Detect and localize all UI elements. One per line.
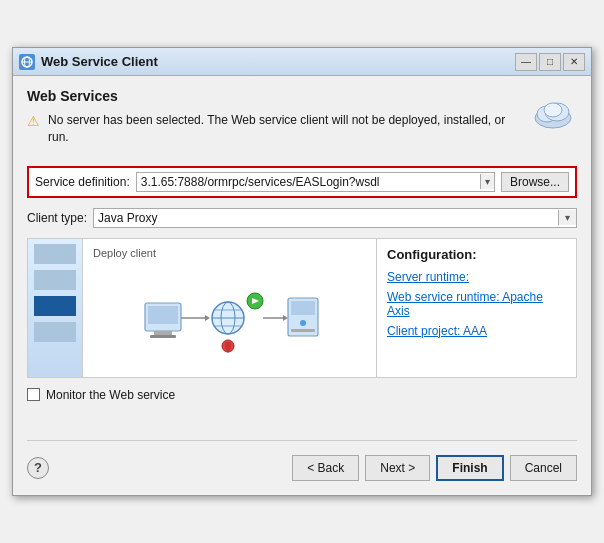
svg-point-24 — [300, 320, 306, 326]
step-4 — [34, 322, 76, 342]
spacer — [27, 412, 577, 432]
client-type-row: Client type: Java Proxy ▾ — [27, 208, 577, 228]
service-input-wrapper: ▾ — [136, 172, 495, 192]
diagram-panel: Deploy client — [83, 239, 376, 377]
monitor-checkbox[interactable] — [27, 388, 40, 401]
warning-icon: ⚠ — [27, 113, 40, 129]
service-dropdown-arrow[interactable]: ▾ — [480, 174, 494, 189]
close-button[interactable]: ✕ — [563, 53, 585, 71]
client-project-link[interactable]: Client project: AAA — [387, 324, 566, 338]
svg-marker-21 — [283, 315, 288, 321]
warning-box: ⚠ No server has been selected. The Web s… — [27, 112, 519, 146]
svg-rect-8 — [148, 306, 178, 324]
svg-point-6 — [544, 103, 562, 117]
button-bar: ? < Back Next > Finish Cancel — [27, 449, 577, 485]
help-button[interactable]: ? — [27, 457, 49, 479]
client-type-select[interactable]: Java Proxy — [94, 209, 558, 227]
diagram-svg-area — [93, 267, 366, 369]
ws-icon — [20, 55, 34, 69]
window-content: Web Services ⚠ No server has been select… — [13, 76, 591, 495]
svg-rect-9 — [154, 331, 172, 335]
step-indicators — [30, 243, 80, 343]
cancel-button[interactable]: Cancel — [510, 455, 577, 481]
client-type-label: Client type: — [27, 211, 87, 225]
config-title: Configuration: — [387, 247, 566, 262]
svg-rect-10 — [150, 335, 176, 338]
svg-marker-12 — [205, 315, 210, 321]
cloud-icon-area — [529, 88, 577, 139]
svg-rect-25 — [291, 329, 315, 332]
minimize-button[interactable]: — — [515, 53, 537, 71]
title-bar: Web Service Client — □ ✕ — [13, 48, 591, 76]
diagram-label: Deploy client — [93, 247, 366, 259]
main-panel: Deploy client — [27, 238, 577, 378]
section-title: Web Services — [27, 88, 519, 104]
next-button[interactable]: Next > — [365, 455, 430, 481]
nav-buttons: < Back Next > Finish Cancel — [292, 455, 577, 481]
cloud-icon — [529, 88, 577, 136]
client-type-arrow[interactable]: ▾ — [558, 210, 576, 225]
steps-panel — [28, 239, 83, 377]
web-service-runtime-link[interactable]: Web service runtime: Apache Axis — [387, 290, 566, 318]
svg-rect-27 — [225, 342, 231, 348]
window-controls: — □ ✕ — [515, 53, 585, 71]
step-2 — [34, 270, 76, 290]
deploy-diagram — [140, 268, 320, 368]
service-definition-label: Service definition: — [35, 175, 130, 189]
window-icon — [19, 54, 35, 70]
step-3 — [34, 296, 76, 316]
monitor-row: Monitor the Web service — [27, 388, 577, 402]
warning-text: No server has been selected. The Web ser… — [48, 112, 519, 146]
client-type-select-wrapper: Java Proxy ▾ — [93, 208, 577, 228]
svg-rect-23 — [291, 301, 315, 315]
server-runtime-link[interactable]: Server runtime: — [387, 270, 566, 284]
browse-button[interactable]: Browse... — [501, 172, 569, 192]
web-services-section: Web Services ⚠ No server has been select… — [27, 88, 519, 158]
divider — [27, 440, 577, 441]
service-definition-input[interactable] — [137, 173, 480, 191]
back-button[interactable]: < Back — [292, 455, 359, 481]
finish-button[interactable]: Finish — [436, 455, 503, 481]
window-title: Web Service Client — [41, 54, 515, 69]
monitor-label: Monitor the Web service — [46, 388, 175, 402]
main-window: Web Service Client — □ ✕ Web Services ⚠ … — [12, 47, 592, 496]
step-1 — [34, 244, 76, 264]
config-panel: Configuration: Server runtime: Web servi… — [376, 239, 576, 377]
service-definition-row: Service definition: ▾ Browse... — [27, 166, 577, 198]
maximize-button[interactable]: □ — [539, 53, 561, 71]
